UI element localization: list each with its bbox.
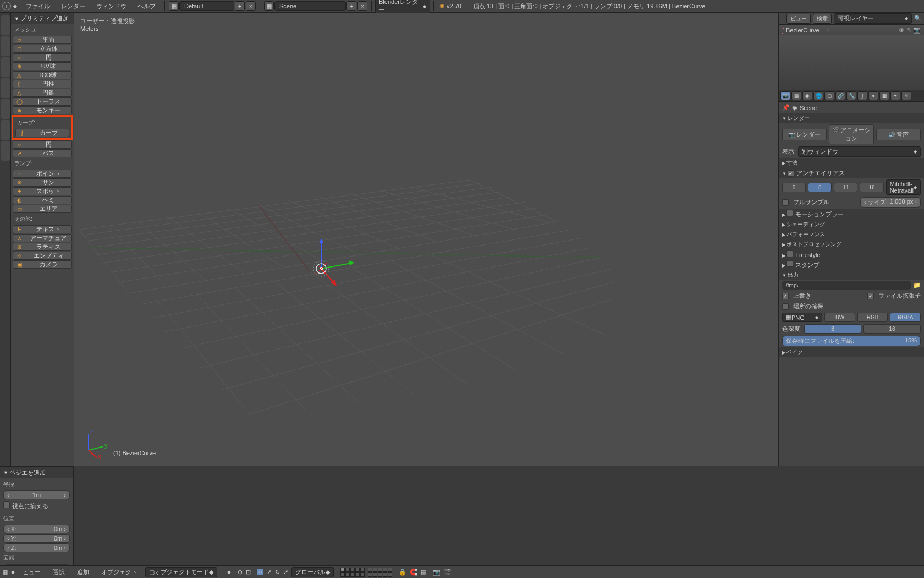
selectable-icon[interactable]: ↖ [905,26,913,34]
layout-dropdown-icon[interactable]: ▦ [169,1,179,11]
aa-8-button[interactable]: 8 [808,183,832,192]
aa-panel-header[interactable]: アンチエイリアス [779,168,924,178]
menu-render[interactable]: レンダー [56,2,91,10]
scene-field[interactable]: Scene [274,1,346,11]
opengl-render-icon[interactable]: 📷 [433,569,441,576]
add-sun-lamp-button[interactable]: ☀サン [13,178,72,187]
add-monkey-button[interactable]: ☻モンキー [13,106,72,114]
browse-path-button[interactable]: 📁 [913,282,921,289]
freestyle-panel-header[interactable]: Freestyle [779,249,924,259]
vtab[interactable] [1,36,10,56]
primitives-panel-header[interactable]: プリミティブ追加 [11,13,74,24]
vtab[interactable] [1,15,10,35]
aa-11-button[interactable]: 11 [834,183,857,192]
info-icon[interactable]: i [2,2,11,10]
extension-checkbox[interactable] [867,293,874,299]
overwrite-checkbox[interactable] [782,293,789,299]
data-tab[interactable]: ∫ [857,91,867,100]
3d-gizmo[interactable] [305,236,371,303]
scale-manipulator[interactable]: ⤢ [283,569,288,576]
performance-panel-header[interactable]: パフォーマンス [779,230,924,239]
output-path-field[interactable]: /tmp\ [782,281,911,290]
world-tab[interactable]: 🌐 [813,91,823,100]
translate-manipulator[interactable]: ↗ [267,569,272,576]
manipulator-toggle[interactable]: ↔ [257,569,263,575]
outliner-item-beziercurve[interactable]: ∫ BezierCurve ⟋ 👁 ↖ 📷 [779,25,924,35]
menu-file[interactable]: ファイル [20,2,56,10]
render-tab[interactable]: 📷 [780,91,790,100]
visibility-icon[interactable]: 👁 [898,27,905,34]
compression-field[interactable]: 保存時にファイルを圧縮:15% [782,336,921,346]
add-cube-button[interactable]: ◻立方体 [13,45,72,53]
add-point-lamp-button[interactable]: ·ポイント [13,170,72,178]
add-icosphere-button[interactable]: ◬ICO球 [13,71,72,79]
render-panel-header[interactable]: レンダー [779,113,924,123]
scene-remove-button[interactable]: × [358,1,367,11]
add-bezier-button[interactable]: ∫カーブ [15,129,69,137]
mode-dropdown[interactable]: ▢ オブジェクトモード ◆ [145,567,217,577]
bake-panel-header[interactable]: ベイク [779,347,924,357]
depth-16-button[interactable]: 16 [864,324,921,334]
add-circle-button[interactable]: ○円 [13,53,72,62]
freestyle-checkbox[interactable] [787,250,793,257]
material-tab[interactable]: ● [868,91,878,100]
add-torus-button[interactable]: ◯トーラス [13,97,72,106]
add-cylinder-button[interactable]: ▯円柱 [13,80,72,88]
loc-x-field[interactable]: ‹ X:0m › [3,525,70,533]
stamp-panel-header[interactable]: スタンプ [779,259,924,270]
layout-field[interactable]: Default [179,1,234,11]
placeholder-checkbox[interactable] [782,303,789,310]
add-menu[interactable]: 追加 [73,568,94,576]
layout-remove-button[interactable]: × [246,1,256,11]
motion-blur-checkbox[interactable] [787,210,793,216]
outliner-view-menu[interactable]: ビュー [787,14,811,24]
aa-16-button[interactable]: 16 [860,183,883,192]
3d-viewport[interactable]: ユーザー・透視投影 Meters [74,13,778,466]
depth-8-button[interactable]: 8 [804,324,861,334]
fullsample-checkbox[interactable] [782,199,789,206]
snap-type-icon[interactable]: ▦ [421,569,426,576]
outliner-search-menu[interactable]: 検索 [813,14,832,24]
aa-5-button[interactable]: 5 [782,183,806,192]
pivot-icon[interactable]: ⊕ [238,569,243,576]
menu-help[interactable]: ヘルプ [132,2,161,10]
add-armature-button[interactable]: ⋏アーマチュア [13,234,72,242]
physics-tab[interactable]: ⚛ [901,91,911,100]
orientation-dropdown[interactable]: グローバル ◆ [292,567,334,577]
add-lattice-button[interactable]: ⊞ラティス [13,243,72,251]
add-spot-lamp-button[interactable]: ✦スポット [13,187,72,195]
add-uvsphere-button[interactable]: ⊕UV球 [13,62,72,70]
operator-panel-header[interactable]: ベジエを追加 [0,467,73,478]
output-panel-header[interactable]: 出力 [779,270,924,280]
texture-tab[interactable]: ▩ [879,91,889,100]
add-cone-button[interactable]: △円錐 [13,89,72,97]
shading-panel-header[interactable]: シェーディング [779,220,924,230]
add-camera-button[interactable]: ▣カメラ [13,260,72,269]
render-animation-button[interactable]: 🎬 アニメーション [829,124,873,144]
loc-y-field[interactable]: ‹ Y:0m › [3,534,70,543]
view-menu[interactable]: ビュー [18,568,45,576]
aa-size-field[interactable]: ‹ サイズ:1.000 px › [860,197,921,208]
vtab[interactable] [1,120,10,140]
vtab[interactable] [1,141,10,161]
align-view-checkbox[interactable] [3,501,10,508]
postproc-panel-header[interactable]: ポストプロセッシング [779,239,924,249]
select-menu[interactable]: 選択 [48,568,69,576]
menu-window[interactable]: ウィンドウ [91,2,132,10]
scene-dropdown-icon[interactable]: ▦ [264,1,274,11]
snap-toggle[interactable]: 🧲 [410,569,417,576]
rotate-manipulator[interactable]: ↻ [275,569,280,576]
renderable-icon[interactable]: 📷 [913,26,921,34]
add-empty-button[interactable]: ⊹エンプティ [13,252,72,260]
outliner-filter-dropdown[interactable]: 可視レイヤー◆ [834,13,912,24]
dropdown-icon[interactable]: ◆ [13,3,17,9]
scene-tab[interactable]: ◉ [802,91,812,100]
shading-dropdown-icon[interactable]: ◆ [227,569,231,575]
add-area-lamp-button[interactable]: ▭エリア [13,205,72,213]
display-dropdown[interactable]: 別ウィンドウ◆ [798,146,921,157]
layout-add-button[interactable]: + [235,1,245,11]
rgb-button[interactable]: RGB [857,313,888,322]
stamp-checkbox[interactable] [787,260,793,267]
constraints-tab[interactable]: 🔗 [835,91,845,100]
search-icon[interactable]: 🔍 [914,15,922,22]
